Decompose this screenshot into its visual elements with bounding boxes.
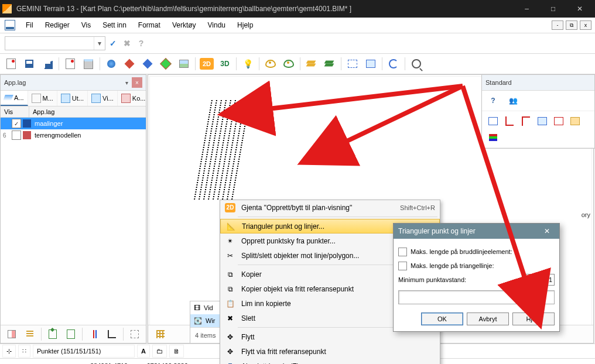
quick-toolbar: ▾ ✓ ✖ ? xyxy=(0,33,595,54)
accept-button[interactable]: ✓ xyxy=(107,37,119,50)
bt2[interactable] xyxy=(21,325,39,343)
menu-hjelp[interactable]: Hjelp xyxy=(231,18,259,33)
tab-vi[interactable]: Vi... xyxy=(88,91,118,106)
bt6[interactable] xyxy=(103,325,121,343)
dialog-title: Trianguler punkt og linjer xyxy=(398,227,476,235)
video-icon: 🎞 xyxy=(194,304,200,311)
copy-icon: ⧉ xyxy=(225,270,235,279)
print-button[interactable] xyxy=(80,55,97,73)
std-b3[interactable] xyxy=(519,115,532,128)
layer-checkbox[interactable]: ✓ xyxy=(12,119,21,128)
std-b4[interactable] xyxy=(536,115,549,128)
bt1[interactable] xyxy=(3,325,20,343)
min-punktavstand-input[interactable] xyxy=(522,274,555,286)
mdi-close[interactable]: x xyxy=(580,20,591,30)
pointcloud-icon: ✴ xyxy=(225,237,235,245)
std-b5[interactable] xyxy=(552,115,565,128)
std-b1[interactable] xyxy=(487,115,500,128)
layer-header-name[interactable]: App.lag xyxy=(29,107,146,117)
dialog-close-button[interactable]: ✕ xyxy=(539,224,555,239)
badge-2d-icon: 2D xyxy=(200,58,214,70)
folder-mode[interactable]: 🗀 xyxy=(152,345,167,358)
cube-green-button[interactable] xyxy=(157,55,175,73)
layer-row-maalinger[interactable]: ✓ maalinger xyxy=(1,118,146,129)
layer-checkbox[interactable] xyxy=(12,131,21,140)
select-rect-button[interactable] xyxy=(344,55,361,73)
save-button[interactable] xyxy=(20,55,38,73)
menu-vis[interactable]: Vis xyxy=(76,18,97,33)
ok-button[interactable]: OK xyxy=(421,313,463,325)
chk-triangel[interactable] xyxy=(398,262,407,270)
save-all-button[interactable] xyxy=(39,55,56,73)
menu-format[interactable]: Format xyxy=(132,18,166,33)
3d-view-button[interactable]: 3D xyxy=(216,55,234,73)
applag-tabs: A... M... Ut... Vi... Ko... xyxy=(1,91,146,107)
font-mode[interactable]: A xyxy=(137,345,150,358)
bt4[interactable] xyxy=(62,325,80,343)
cube-red-button[interactable] xyxy=(121,55,138,73)
cube-blue-button[interactable] xyxy=(139,55,156,73)
export-button[interactable] xyxy=(61,55,79,73)
layers2-button[interactable] xyxy=(321,55,338,73)
rotate-button[interactable] xyxy=(385,55,402,73)
workspace: App.lag ▾ × A... M... Ut... Vi... Ko... … xyxy=(0,74,595,344)
tab-a[interactable]: A... xyxy=(1,91,28,106)
panel-close-button[interactable]: × xyxy=(132,77,142,88)
grid-mode[interactable]: ∷ xyxy=(18,345,30,358)
eye2-button[interactable] xyxy=(280,55,298,73)
cancel-button[interactable]: ✖ xyxy=(121,37,134,50)
new-file-button[interactable] xyxy=(2,55,20,73)
combo-selector[interactable]: ▾ xyxy=(5,36,105,50)
delete-icon: ✖ xyxy=(225,314,235,322)
globe-button[interactable] xyxy=(102,55,120,73)
tab-ko[interactable]: Ko... xyxy=(118,91,150,106)
search-button[interactable] xyxy=(408,55,425,73)
hjelp-button[interactable]: Hjelp xyxy=(512,313,555,325)
2d-view-button[interactable]: 2D xyxy=(198,55,216,73)
tab-m[interactable]: M... xyxy=(28,91,57,106)
panel-dropdown-button[interactable]: ▾ xyxy=(121,77,132,88)
bt3[interactable] xyxy=(44,325,61,343)
close-button[interactable]: ✕ xyxy=(566,0,593,18)
std-b7[interactable] xyxy=(487,131,500,144)
bulb-button[interactable]: 💡 xyxy=(239,55,257,73)
layers1-button[interactable] xyxy=(303,55,320,73)
point-data-icon xyxy=(194,100,252,200)
menu-fil[interactable]: Fil xyxy=(20,18,39,33)
ctx-absz[interactable]: ZAbsolutt høyde (Z) xyxy=(220,359,440,364)
avbryt-button[interactable]: Avbryt xyxy=(467,313,509,325)
menu-settinn[interactable]: Sett inn xyxy=(97,18,132,33)
ctx-gjenta[interactable]: 2DGjenta "Opprett/bytt til plan-visning"… xyxy=(220,200,440,215)
ctx-flytt-ref[interactable]: ✥Flytt via fritt referansepunkt xyxy=(220,344,440,359)
mdi-restore[interactable]: ⧉ xyxy=(566,20,577,30)
mdi-minimize[interactable]: - xyxy=(552,20,563,30)
tab-ut[interactable]: Ut... xyxy=(57,91,88,106)
std-b2[interactable] xyxy=(503,115,516,128)
std-b6[interactable] xyxy=(569,115,582,128)
menu-verktoy[interactable]: Verktøy xyxy=(166,18,202,33)
search-icon xyxy=(412,59,421,68)
menu-rediger[interactable]: Rediger xyxy=(39,18,76,33)
eye1-button[interactable] xyxy=(262,55,279,73)
bt7[interactable] xyxy=(126,325,143,343)
layer-row-terreng[interactable]: 6 terrengmodellen xyxy=(1,129,146,141)
canvas-grid-button[interactable] xyxy=(152,325,169,343)
help-button[interactable]: ? xyxy=(135,37,148,50)
snap-mode[interactable]: ⊹ xyxy=(2,345,16,358)
select-window-button[interactable] xyxy=(362,55,379,73)
std-users-button[interactable]: 👥 xyxy=(507,94,519,107)
bulb-icon: 💡 xyxy=(243,59,253,68)
bt5[interactable] xyxy=(85,325,102,343)
layer-header-vis[interactable]: Vis xyxy=(1,107,29,117)
image-button[interactable] xyxy=(175,55,193,73)
menu-vindu[interactable]: Vindu xyxy=(202,18,231,33)
minimize-button[interactable]: – xyxy=(514,0,540,18)
layer-swatch xyxy=(23,119,31,128)
chk-bruddlinje[interactable] xyxy=(398,248,407,256)
badge-3d-icon: 3D xyxy=(220,60,229,68)
triangle-icon: 📐 xyxy=(225,222,236,231)
std-help-button[interactable]: ? xyxy=(487,94,500,107)
maximize-button[interactable]: □ xyxy=(540,0,566,18)
layer-mode[interactable]: 🗎 xyxy=(169,345,184,358)
menubar: Fil Rediger Vis Sett inn Format Verktøy … xyxy=(0,18,595,33)
